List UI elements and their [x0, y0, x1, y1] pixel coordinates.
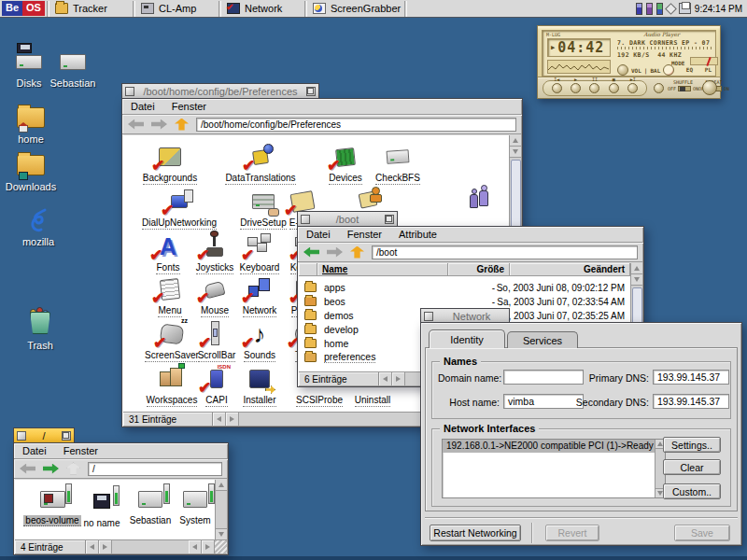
eq-button[interactable]: EQ	[686, 66, 693, 73]
scroll-down-icon[interactable]	[216, 528, 227, 539]
scroll-left-icon[interactable]	[86, 540, 99, 553]
workspace-indicator[interactable]	[646, 3, 653, 15]
scroll-left-icon[interactable]	[189, 540, 202, 553]
desktop-icon-home[interactable]: home	[0, 105, 66, 145]
screengrabber-tray-icon[interactable]	[679, 3, 691, 14]
balance-knob[interactable]	[663, 64, 674, 76]
interfaces-list[interactable]: 192.168.0.1->NE2000 compatible PCI (1)->…	[442, 439, 666, 498]
restart-networking-button[interactable]: Restart Networking	[430, 525, 521, 541]
back-arrow-icon[interactable]	[128, 119, 144, 130]
zoom-icon[interactable]	[385, 215, 394, 224]
scroll-down-icon[interactable]	[510, 147, 521, 158]
icon-column[interactable]	[299, 263, 317, 275]
tab-services[interactable]: Services	[507, 331, 578, 348]
desktop-icon-downloads[interactable]: Downloads	[0, 152, 66, 192]
stop-button[interactable]: ■	[609, 83, 619, 93]
zoom-icon[interactable]	[62, 431, 71, 441]
menu-datei[interactable]: Datei	[22, 445, 47, 456]
menu-fenster[interactable]: Fenster	[172, 101, 206, 112]
volume-item-system[interactable]: System	[160, 486, 215, 525]
pause-button[interactable]: II	[589, 83, 599, 93]
domain-field[interactable]	[503, 370, 584, 385]
network-window-tab[interactable]: Network	[420, 308, 510, 323]
up-arrow-icon[interactable]	[66, 463, 80, 475]
mode-slider[interactable]	[690, 57, 718, 65]
volume-knob[interactable]	[617, 64, 628, 76]
boot-row-apps[interactable]: apps	[304, 280, 345, 294]
scroll-down-icon[interactable]	[631, 274, 642, 286]
next-button[interactable]: ▶I	[627, 83, 638, 93]
resize-grip[interactable]	[215, 540, 227, 553]
close-icon[interactable]	[125, 87, 134, 96]
scroll-left-icon[interactable]	[379, 372, 392, 385]
shuffle-switch[interactable]	[678, 86, 691, 91]
desktop-icon-mozilla[interactable]: mozilla	[3, 207, 74, 247]
menu-fenster[interactable]: Fenster	[347, 229, 382, 240]
deskbar-app-tracker[interactable]: Tracker	[51, 0, 131, 17]
close-icon[interactable]	[424, 312, 433, 321]
primary-dns-field[interactable]: 193.99.145.37	[653, 370, 729, 385]
prefs-window-tab[interactable]: /boot/home/config/be/Preferences	[121, 83, 319, 98]
menu-datei[interactable]: Datei	[131, 101, 155, 112]
seek-knob[interactable]	[654, 83, 664, 93]
pref-item-checkbfs[interactable]: CheckBFS	[355, 144, 441, 185]
custom-button[interactable]: Custom..	[663, 483, 721, 499]
column-modified[interactable]: Geändert	[510, 263, 630, 275]
pref-item-backgrounds[interactable]: ✔ Backgrounds	[127, 144, 213, 185]
scroll-right-icon[interactable]	[226, 413, 239, 426]
deskbar-app-screengrabber[interactable]: ScreenGrabber	[309, 0, 402, 17]
clear-button[interactable]: Clear	[663, 459, 721, 475]
pref-item-people[interactable]	[437, 187, 509, 217]
eject-knob[interactable]	[702, 80, 717, 95]
scroll-right-icon[interactable]	[99, 540, 112, 553]
deskbar-app-clamp[interactable]: CL-Amp	[137, 0, 217, 17]
back-arrow-icon[interactable]	[303, 247, 319, 258]
beos-menu[interactable]: Be OS	[2, 1, 45, 16]
playlist-button[interactable]: PL	[705, 66, 712, 73]
workspace-indicator[interactable]	[636, 3, 642, 15]
previous-button[interactable]: I◀	[552, 83, 562, 93]
scroll-right-icon[interactable]	[392, 372, 405, 385]
pref-item-dialupnetworking[interactable]: ✔ DialUpNetworking	[136, 189, 222, 230]
play-button[interactable]: ▶	[571, 83, 581, 93]
scroll-up-icon[interactable]	[216, 480, 227, 491]
settings-button[interactable]: Settings..	[663, 437, 721, 453]
interface-row-selected[interactable]: 192.168.0.1->NE2000 compatible PCI (1)->…	[443, 440, 655, 453]
column-name[interactable]: Name	[317, 263, 448, 275]
menu-attribute[interactable]: Attribute	[399, 229, 437, 240]
boot-row-beos[interactable]: beos	[304, 294, 345, 308]
root-window-tab[interactable]: /	[13, 427, 75, 442]
menu-fenster[interactable]: Fenster	[63, 445, 98, 456]
tab-identity[interactable]: Identity	[429, 329, 505, 348]
desktop-icon-trash[interactable]: Trash	[5, 305, 76, 351]
forward-arrow-icon[interactable]	[327, 247, 343, 258]
scroll-up-icon[interactable]	[631, 263, 642, 274]
clamp-tray-icon[interactable]	[665, 3, 677, 15]
boot-window-tab[interactable]: /boot	[297, 211, 398, 226]
forward-arrow-icon[interactable]	[151, 119, 167, 130]
forward-arrow-icon[interactable]	[43, 464, 59, 474]
deskbar-app-network[interactable]: Network	[223, 0, 303, 17]
clock[interactable]: 9:24:14 PM	[695, 4, 742, 14]
path-field[interactable]: /boot	[372, 245, 638, 259]
close-icon[interactable]	[301, 215, 310, 224]
menu-datei[interactable]: Datei	[306, 229, 331, 240]
path-field[interactable]: /	[88, 462, 222, 476]
close-icon[interactable]	[17, 431, 26, 441]
path-field[interactable]: /boot/home/config/be/Preferences	[196, 118, 516, 132]
workspace-indicator[interactable]	[656, 3, 663, 15]
shuffle-toggle[interactable]: SHUFFLE OFFON	[668, 79, 698, 91]
up-arrow-icon[interactable]	[350, 246, 364, 259]
save-button[interactable]: Save	[674, 525, 730, 541]
secondary-dns-field[interactable]: 193.99.145.37	[653, 394, 729, 409]
pref-item-datatranslations[interactable]: ✔ DataTranslations	[218, 144, 303, 185]
scroll-left-icon[interactable]	[213, 413, 226, 426]
zoom-icon[interactable]	[306, 87, 316, 96]
desktop-icon-sebastian[interactable]: Sebastian	[37, 49, 108, 89]
back-arrow-icon[interactable]	[20, 464, 35, 474]
column-size[interactable]: Größe	[448, 263, 510, 275]
boot-row-preferences[interactable]: preferences	[304, 350, 375, 364]
scroll-right-icon[interactable]	[202, 540, 215, 553]
up-arrow-icon[interactable]	[175, 119, 189, 131]
root-vertical-scrollbar[interactable]	[215, 480, 227, 539]
